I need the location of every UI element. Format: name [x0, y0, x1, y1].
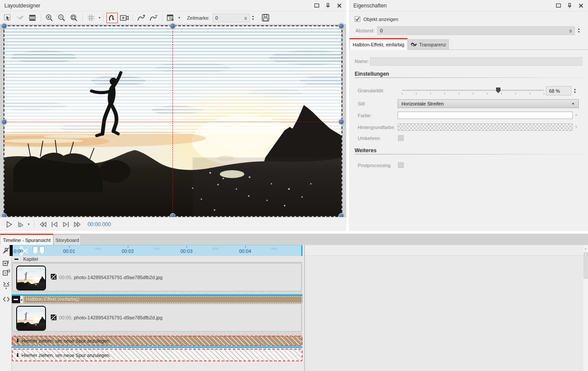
name-input[interactable]: [370, 57, 582, 66]
abstand-label: Abstand:: [356, 28, 374, 33]
objekt-anzeigen-checkbox[interactable]: [355, 16, 360, 22]
skip-end-icon: [63, 221, 69, 228]
preview-image[interactable]: [4, 26, 342, 216]
remove-keyframe-button[interactable]: [148, 13, 159, 23]
transition-icon[interactable]: AB: [51, 274, 56, 280]
tab-transparenz[interactable]: Transparenz: [408, 39, 449, 50]
timeline-item[interactable]: AB 00:05, photo-1428954376791-d9ae785dfb…: [12, 263, 302, 291]
timeline-tabbar: Timeline - Spuransicht Storyboard: [0, 234, 588, 245]
ruler-tick-label: 00:02: [122, 248, 134, 254]
save-button[interactable]: [260, 13, 271, 23]
playhead[interactable]: [10, 245, 13, 256]
layers-button[interactable]: [27, 13, 38, 23]
play-button[interactable]: [4, 219, 15, 230]
rewind-icon: [39, 221, 47, 228]
tab-storyboard[interactable]: Storyboard: [53, 234, 81, 245]
transition-icon[interactable]: AB: [51, 315, 56, 320]
resize-handle-top-center[interactable]: [170, 23, 176, 29]
object-list-button[interactable]: [165, 13, 176, 23]
grid-button[interactable]: [85, 13, 97, 23]
granularitaet-slider[interactable]: [402, 87, 544, 95]
skip-start-button[interactable]: [49, 219, 60, 230]
add-track-button[interactable]: [1, 258, 11, 268]
abstand-spinner[interactable]: ▲▼: [576, 26, 582, 35]
tab-timeline-spuransicht[interactable]: Timeline - Spuransicht: [0, 234, 53, 245]
granularitaet-value: 68 %: [549, 88, 560, 94]
close-button[interactable]: [336, 2, 343, 9]
slider-track[interactable]: [402, 90, 544, 91]
hintergrundfarbe-swatch[interactable]: [398, 123, 573, 131]
layout-canvas[interactable]: [0, 24, 346, 217]
layoutdesigner-panel: Layoutdesigner ▼ ▼: [0, 0, 346, 231]
object-list-dropdown-caret[interactable]: ▼: [178, 16, 181, 19]
farbe-dropdown-arrow[interactable]: ▼: [573, 112, 580, 119]
pin-button[interactable]: [566, 2, 573, 9]
zoom-out-button[interactable]: [56, 13, 67, 23]
zeitmarke-value: 0: [215, 15, 218, 21]
rewind-button[interactable]: [38, 219, 49, 230]
curve-minus-icon: [149, 14, 158, 21]
tab-label: Transparenz: [419, 42, 446, 47]
grid-dropdown-caret[interactable]: ▼: [98, 16, 101, 19]
timeline-item[interactable]: AB 00:05, photo-1428954376791-d9ae785dfb…: [12, 304, 302, 332]
collapse-track-icon[interactable]: [14, 259, 18, 260]
umkehren-checkbox[interactable]: [398, 135, 404, 141]
pin-button[interactable]: [324, 2, 331, 9]
granularitaet-value-box[interactable]: 68 %: [546, 86, 571, 95]
new-track-drop-zone[interactable]: ⬇ Hierher ziehen, um neue Spur anzulegen…: [12, 336, 303, 346]
track-header-kapitel[interactable]: Kapitel: [12, 256, 303, 262]
camera-pan-button[interactable]: [119, 13, 130, 23]
granularitaet-spinner[interactable]: ▲▼: [572, 86, 578, 95]
scrollbar-thumb[interactable]: [584, 252, 588, 279]
tab-label: Timeline - Spuransicht: [3, 238, 50, 243]
smooth-curve-button[interactable]: [14, 13, 26, 23]
timeline-ruler[interactable]: 0:00 00:01 500 00:02 500 00:03 500 00:04…: [12, 245, 303, 256]
selection-tool-button[interactable]: [2, 13, 14, 23]
add-keyframe-button[interactable]: [136, 13, 147, 23]
maximize-button[interactable]: [555, 2, 562, 9]
abstand-unit: s: [570, 28, 572, 33]
remove-track-button[interactable]: [1, 268, 11, 277]
resize-handle-mid-right[interactable]: [338, 119, 344, 125]
skip-end-button[interactable]: [60, 219, 72, 230]
maximize-button[interactable]: [313, 2, 320, 9]
new-track-drop-zone[interactable]: ⬇ Hierher ziehen, um neue Spur anzulegen…: [12, 349, 303, 361]
resize-handle-mid-left[interactable]: [1, 119, 7, 125]
eigenschaften-panel: Eigenschaften Objekt anzeigen Abstand: 0…: [349, 0, 588, 231]
resize-handle-top-right[interactable]: [338, 23, 344, 29]
item-duration: 00:05,: [59, 275, 73, 280]
drop-zone-label: Hierher ziehen, um neue Spur anzulegen.: [21, 338, 111, 343]
zeitmarke-input[interactable]: 0 s: [212, 14, 250, 22]
farbe-swatch[interactable]: [398, 112, 573, 119]
hintergrundfarbe-dropdown-arrow[interactable]: ▼: [573, 123, 580, 131]
layoutdesigner-title: Layoutdesigner: [4, 3, 40, 9]
collapse-track-icon[interactable]: [14, 299, 18, 300]
arrow-down-icon: ⬇: [15, 352, 20, 358]
stil-dropdown[interactable]: Horizontale Streifen ▼: [398, 99, 579, 108]
resize-handle-top-left[interactable]: [1, 23, 7, 29]
abstand-input[interactable]: 0 s: [377, 26, 575, 35]
postprocessing-checkbox[interactable]: [398, 162, 404, 168]
range-marker-end[interactable]: [39, 246, 45, 254]
motion-path-tool-button[interactable]: [106, 13, 118, 23]
close-button[interactable]: [577, 2, 584, 9]
play-from-here-button[interactable]: [15, 219, 26, 230]
grid-icon: [88, 14, 95, 21]
expand-tracks-button[interactable]: [1, 294, 11, 304]
name-label: Name:: [355, 59, 369, 64]
effect-track-bar[interactable]: Halbton-Effekt (einfarbig): [23, 296, 303, 303]
collapse-tracks-button[interactable]: [1, 280, 11, 290]
zoom-fit-button[interactable]: [68, 13, 80, 23]
forward-button[interactable]: [72, 219, 83, 230]
tab-halbton-effekt[interactable]: Halbton-Effekt, einfarbig: [349, 38, 408, 50]
zoom-in-button[interactable]: [44, 13, 55, 23]
zeitmarke-spinner[interactable]: ▲▼: [250, 14, 256, 22]
item-filename: photo-1428954376791-d9ae785dfb2d.jpg: [74, 275, 162, 280]
scissors-icon[interactable]: [20, 246, 29, 256]
play-options-caret[interactable]: ▼: [27, 223, 30, 226]
range-marker-start[interactable]: [33, 246, 38, 254]
scrollbar-up-button[interactable]: ▲: [583, 245, 588, 252]
vertical-scrollbar[interactable]: ▲: [583, 245, 588, 371]
checkmark-icon: [355, 17, 360, 21]
track-header-halbton[interactable]: Halbton-Effekt (einfarbig): [12, 296, 303, 303]
